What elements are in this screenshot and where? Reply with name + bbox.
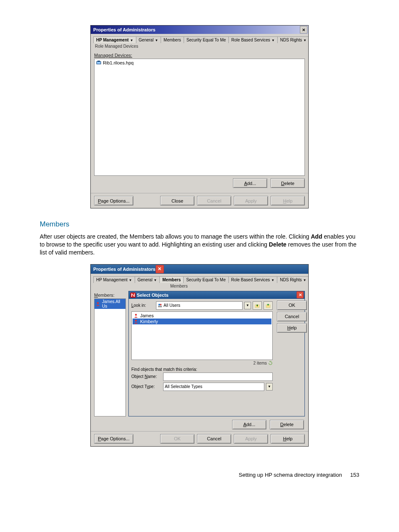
ok-button: OK bbox=[160, 434, 194, 444]
up-folder-icon[interactable] bbox=[253, 301, 262, 310]
add-button[interactable]: Add... bbox=[232, 420, 266, 429]
select-objects-dialog: Select Objects ✕ Look in: All Users bbox=[128, 291, 305, 416]
screenshot-properties-managed-devices: Properties of Administrators ✕ HP Manage… bbox=[90, 25, 309, 208]
close-icon[interactable]: ✕ bbox=[297, 291, 304, 298]
lookin-label: Look in: bbox=[131, 303, 154, 308]
members-label: Members: bbox=[94, 293, 126, 298]
tab-security-equal[interactable]: Security Equal To Me bbox=[183, 276, 228, 283]
dropdown-icon[interactable]: ▼ bbox=[244, 302, 251, 309]
object-type-label: Object Type: bbox=[131, 384, 161, 389]
dialog-titlebar: Select Objects ✕ bbox=[129, 291, 304, 299]
tree-icon[interactable] bbox=[263, 301, 273, 310]
delete-button[interactable]: Delete bbox=[270, 420, 304, 429]
screenshot-properties-members: Properties of Administrators ✕ HP Manage… bbox=[90, 264, 309, 447]
list-item-selected[interactable]: Kimberly bbox=[133, 319, 271, 324]
tab-bar: HP Management▼ General▼ Members Security… bbox=[91, 274, 308, 283]
device-name: Rib1.riloes.hpq bbox=[103, 60, 133, 65]
tab-hp-management[interactable]: HP Management▼ bbox=[93, 36, 136, 43]
svg-rect-1 bbox=[97, 61, 100, 62]
svg-point-5 bbox=[160, 304, 162, 306]
dialog-footer: Page Options... Close Cancel Apply Help bbox=[91, 193, 308, 208]
subtab-label: Members bbox=[91, 283, 308, 291]
chevron-down-icon: ▼ bbox=[303, 39, 307, 42]
page-options-button[interactable]: Page Options... bbox=[94, 434, 133, 444]
tab-security-equal[interactable]: Security Equal To Me bbox=[184, 36, 229, 43]
chevron-down-icon: ▼ bbox=[129, 278, 132, 282]
apply-button: Apply bbox=[234, 434, 268, 444]
members-list[interactable]: James.All Us bbox=[94, 298, 126, 416]
lookin-field[interactable]: All Users bbox=[156, 301, 243, 310]
svg-point-4 bbox=[159, 304, 160, 306]
svg-point-11 bbox=[135, 319, 137, 321]
tab-role-based[interactable]: Role Based Services▼ bbox=[228, 276, 278, 283]
chevron-down-icon: ▼ bbox=[303, 278, 307, 282]
novell-icon bbox=[130, 293, 136, 298]
cancel-button[interactable]: Cancel bbox=[197, 434, 231, 444]
dialog-footer: Page Options... OK Cancel Apply Help bbox=[91, 431, 308, 446]
tab-hp-management[interactable]: HP Management▼ bbox=[93, 276, 135, 283]
member-name: James.All Us bbox=[102, 299, 125, 308]
page-options-button[interactable]: Page Options... bbox=[94, 196, 133, 206]
svg-point-2 bbox=[97, 302, 99, 303]
object-name-input[interactable] bbox=[163, 373, 273, 381]
dialog-title: Select Objects bbox=[137, 293, 169, 298]
chevron-down-icon: ▼ bbox=[153, 278, 157, 282]
close-icon[interactable]: ✕ bbox=[300, 26, 307, 33]
object-name-label: Object Name: bbox=[131, 374, 161, 379]
close-button[interactable]: Close bbox=[160, 196, 194, 206]
window-title: Properties of Administrators bbox=[93, 267, 156, 272]
objects-list[interactable]: James Kimberly bbox=[131, 311, 273, 360]
user-icon bbox=[95, 301, 100, 306]
subtab-label: Role Managed Devices bbox=[91, 43, 308, 51]
find-criteria-label: Find objects that match this criteria: bbox=[131, 367, 273, 372]
svg-point-9 bbox=[267, 304, 269, 306]
item-count: 2 items bbox=[131, 361, 273, 365]
tab-general[interactable]: General▼ bbox=[135, 276, 160, 283]
window-titlebar: Properties of Administrators ✕ bbox=[91, 265, 308, 274]
help-button[interactable]: Help bbox=[271, 434, 305, 444]
footer-text: Setting up HP schema directory integrati… bbox=[239, 472, 342, 478]
page-footer: Setting up HP schema directory integrati… bbox=[40, 472, 359, 478]
window-title: Properties of Administrators bbox=[93, 27, 156, 32]
tab-general[interactable]: General▼ bbox=[136, 36, 161, 43]
tab-members[interactable]: Members bbox=[161, 36, 184, 43]
add-button[interactable]: Add... bbox=[233, 178, 267, 188]
close-icon[interactable]: ✕ bbox=[156, 265, 164, 273]
chevron-down-icon: ▼ bbox=[271, 278, 274, 282]
delete-button[interactable]: Delete bbox=[271, 178, 305, 188]
cancel-button[interactable]: Cancel bbox=[277, 312, 307, 321]
section-heading: Members bbox=[40, 220, 359, 229]
window-titlebar: Properties of Administrators ✕ bbox=[91, 26, 308, 34]
tab-nds-rights[interactable]: NDS Rights▼ bbox=[277, 36, 308, 43]
object-type-select[interactable]: All Selectable Types bbox=[163, 383, 264, 391]
help-button[interactable]: Help bbox=[277, 323, 307, 333]
managed-devices-list[interactable]: Rib1.riloes.hpq bbox=[94, 59, 305, 176]
user-icon bbox=[133, 313, 138, 318]
help-button: Help bbox=[271, 196, 305, 206]
tab-bar: HP Management▼ General▼ Members Security… bbox=[91, 34, 308, 43]
chevron-down-icon: ▼ bbox=[130, 39, 133, 42]
svg-point-10 bbox=[135, 314, 137, 315]
list-item[interactable]: James.All Us bbox=[95, 299, 125, 309]
section-paragraph: After user objects are created, the Memb… bbox=[40, 233, 359, 257]
tab-nds-rights[interactable]: NDS Rights▼ bbox=[277, 276, 308, 283]
tab-role-based[interactable]: Role Based Services▼ bbox=[228, 36, 278, 43]
apply-button: Apply bbox=[234, 196, 268, 206]
ok-button[interactable]: OK bbox=[277, 301, 307, 310]
cancel-button: Cancel bbox=[197, 196, 231, 206]
svg-rect-6 bbox=[158, 306, 162, 308]
chevron-down-icon: ▼ bbox=[155, 39, 158, 42]
dropdown-icon[interactable]: ▼ bbox=[266, 383, 273, 391]
svg-rect-0 bbox=[97, 62, 101, 64]
users-icon bbox=[158, 303, 162, 308]
list-item[interactable]: Rib1.riloes.hpq bbox=[95, 60, 304, 66]
chevron-down-icon: ▼ bbox=[271, 39, 275, 42]
managed-devices-label: Managed Devices: bbox=[94, 53, 305, 58]
list-item[interactable]: James bbox=[133, 313, 271, 319]
user-icon bbox=[133, 319, 138, 324]
tab-members[interactable]: Members bbox=[159, 276, 184, 283]
page-number: 153 bbox=[350, 472, 359, 478]
device-icon bbox=[96, 60, 101, 65]
refresh-icon[interactable] bbox=[268, 361, 273, 365]
